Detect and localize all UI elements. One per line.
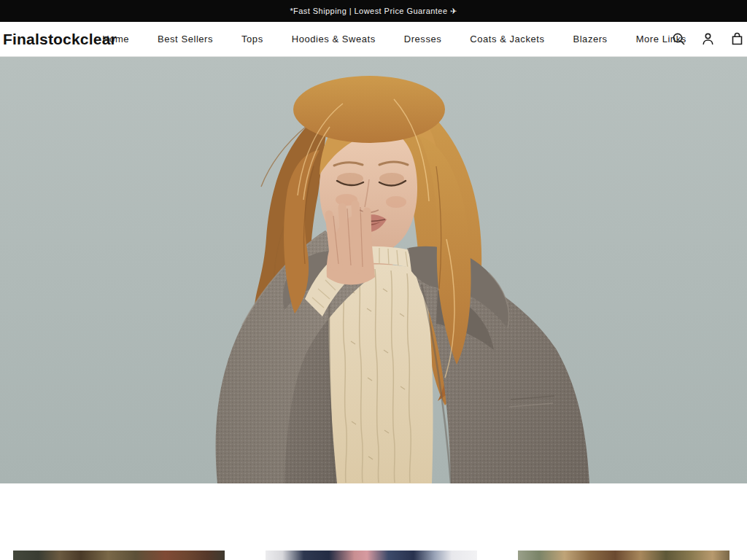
site-header: Finalstockclear Home Best Sellers Tops H… (0, 22, 747, 57)
nav-item-blazers[interactable]: Blazers (573, 34, 607, 44)
nav-item-best-sellers[interactable]: Best Sellers (158, 34, 213, 44)
nav-item-dresses[interactable]: Dresses (404, 34, 442, 44)
announcement-text: *Fast Shipping | Lowest Price Guarantee … (290, 7, 457, 16)
header-icons (672, 32, 744, 46)
site-logo[interactable]: Finalstockclear (3, 31, 117, 48)
nav-item-hoodies-sweats[interactable]: Hoodies & Sweats (292, 34, 376, 44)
cart-icon[interactable] (730, 32, 744, 46)
product-card-2[interactable] (266, 551, 477, 560)
main-nav: Home Best Sellers Tops Hoodies & Sweats … (117, 34, 672, 44)
product-card-1[interactable] (13, 551, 225, 560)
nav-item-coats-jackets[interactable]: Coats & Jackets (470, 34, 544, 44)
search-icon[interactable] (672, 32, 686, 46)
section-spacer (0, 483, 747, 551)
product-card-3[interactable] (518, 551, 729, 560)
nav-item-tops[interactable]: Tops (241, 34, 263, 44)
products-row (0, 551, 747, 560)
hero-image (0, 57, 747, 483)
hero-section (0, 57, 747, 483)
announcement-bar: *Fast Shipping | Lowest Price Guarantee … (0, 0, 747, 22)
account-icon[interactable] (701, 32, 715, 46)
nav-item-home[interactable]: Home (102, 34, 129, 44)
